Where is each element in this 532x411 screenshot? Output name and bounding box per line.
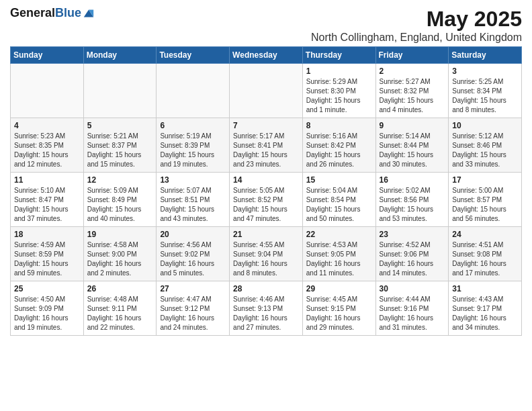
- col-tuesday: Tuesday: [157, 47, 230, 64]
- table-row: 29Sunrise: 4:45 AM Sunset: 9:15 PM Dayli…: [302, 281, 375, 336]
- table-row: 5Sunrise: 5:21 AM Sunset: 8:37 PM Daylig…: [83, 118, 157, 173]
- col-sunday: Sunday: [11, 47, 84, 64]
- col-friday: Friday: [375, 47, 449, 64]
- day-number: 19: [87, 230, 153, 239]
- table-row: 13Sunrise: 5:07 AM Sunset: 8:51 PM Dayli…: [157, 173, 230, 227]
- day-number: 21: [233, 230, 299, 239]
- table-row: 30Sunrise: 4:44 AM Sunset: 9:16 PM Dayli…: [375, 281, 449, 336]
- day-info: Sunrise: 4:56 AM Sunset: 9:02 PM Dayligh…: [160, 240, 226, 278]
- day-info: Sunrise: 4:55 AM Sunset: 9:04 PM Dayligh…: [233, 240, 299, 278]
- table-row: 27Sunrise: 4:47 AM Sunset: 9:12 PM Dayli…: [157, 281, 230, 336]
- table-row: 28Sunrise: 4:46 AM Sunset: 9:13 PM Dayli…: [230, 281, 303, 336]
- day-number: 27: [160, 284, 226, 293]
- day-info: Sunrise: 4:43 AM Sunset: 9:17 PM Dayligh…: [452, 295, 518, 332]
- table-row: 12Sunrise: 5:09 AM Sunset: 8:49 PM Dayli…: [83, 173, 157, 227]
- table-row: 17Sunrise: 5:00 AM Sunset: 8:57 PM Dayli…: [449, 173, 522, 227]
- day-number: 14: [233, 175, 299, 185]
- table-row: 25Sunrise: 4:50 AM Sunset: 9:09 PM Dayli…: [11, 281, 84, 336]
- table-row: [83, 64, 157, 118]
- day-info: Sunrise: 5:23 AM Sunset: 8:35 PM Dayligh…: [14, 132, 80, 169]
- day-number: 9: [380, 121, 445, 130]
- table-row: 16Sunrise: 5:02 AM Sunset: 8:56 PM Dayli…: [375, 173, 449, 227]
- day-info: Sunrise: 5:10 AM Sunset: 8:47 PM Dayligh…: [14, 186, 80, 224]
- day-info: Sunrise: 5:14 AM Sunset: 8:44 PM Dayligh…: [380, 132, 445, 169]
- location-title: North Collingham, England, United Kingdo…: [311, 32, 522, 44]
- title-block: May 2025 North Collingham, England, Unit…: [311, 7, 522, 44]
- table-row: 8Sunrise: 5:16 AM Sunset: 8:42 PM Daylig…: [302, 118, 375, 173]
- calendar-week-row: 18Sunrise: 4:59 AM Sunset: 8:59 PM Dayli…: [11, 227, 522, 281]
- day-number: 29: [306, 284, 372, 293]
- day-info: Sunrise: 4:51 AM Sunset: 9:08 PM Dayligh…: [452, 240, 518, 278]
- day-info: Sunrise: 5:07 AM Sunset: 8:51 PM Dayligh…: [160, 186, 226, 224]
- day-info: Sunrise: 5:21 AM Sunset: 8:37 PM Dayligh…: [87, 132, 153, 169]
- table-row: 14Sunrise: 5:05 AM Sunset: 8:52 PM Dayli…: [230, 173, 303, 227]
- table-row: 15Sunrise: 5:04 AM Sunset: 8:54 PM Dayli…: [302, 173, 375, 227]
- day-info: Sunrise: 4:45 AM Sunset: 9:15 PM Dayligh…: [306, 295, 372, 332]
- day-number: 18: [14, 230, 80, 239]
- day-number: 15: [306, 175, 372, 185]
- table-row: 20Sunrise: 4:56 AM Sunset: 9:02 PM Dayli…: [157, 227, 230, 281]
- day-info: Sunrise: 4:58 AM Sunset: 9:00 PM Dayligh…: [87, 240, 153, 278]
- day-info: Sunrise: 5:00 AM Sunset: 8:57 PM Dayligh…: [452, 186, 518, 224]
- calendar-week-row: 11Sunrise: 5:10 AM Sunset: 8:47 PM Dayli…: [11, 173, 522, 227]
- day-info: Sunrise: 5:16 AM Sunset: 8:42 PM Dayligh…: [306, 132, 372, 169]
- table-row: 4Sunrise: 5:23 AM Sunset: 8:35 PM Daylig…: [11, 118, 84, 173]
- table-row: 10Sunrise: 5:12 AM Sunset: 8:46 PM Dayli…: [449, 118, 522, 173]
- logo-icon: [83, 7, 95, 19]
- day-number: 2: [380, 66, 445, 76]
- table-row: 19Sunrise: 4:58 AM Sunset: 9:00 PM Dayli…: [83, 227, 157, 281]
- day-number: 3: [452, 66, 518, 76]
- day-number: 30: [380, 284, 445, 293]
- day-number: 7: [233, 121, 299, 130]
- day-number: 10: [452, 121, 518, 130]
- day-number: 1: [306, 66, 372, 76]
- day-info: Sunrise: 5:02 AM Sunset: 8:56 PM Dayligh…: [380, 186, 445, 224]
- logo: GeneralBlue: [10, 7, 95, 20]
- day-number: 16: [380, 175, 445, 185]
- day-info: Sunrise: 4:53 AM Sunset: 9:05 PM Dayligh…: [306, 240, 372, 278]
- table-row: 7Sunrise: 5:17 AM Sunset: 8:41 PM Daylig…: [230, 118, 303, 173]
- day-info: Sunrise: 4:44 AM Sunset: 9:16 PM Dayligh…: [380, 295, 445, 332]
- table-row: 2Sunrise: 5:27 AM Sunset: 8:32 PM Daylig…: [375, 64, 449, 118]
- col-wednesday: Wednesday: [230, 47, 303, 64]
- table-row: 31Sunrise: 4:43 AM Sunset: 9:17 PM Dayli…: [449, 281, 522, 336]
- table-row: 22Sunrise: 4:53 AM Sunset: 9:05 PM Dayli…: [302, 227, 375, 281]
- day-number: 26: [87, 284, 153, 293]
- day-number: 13: [160, 175, 226, 185]
- calendar-week-row: 25Sunrise: 4:50 AM Sunset: 9:09 PM Dayli…: [11, 281, 522, 336]
- day-info: Sunrise: 4:47 AM Sunset: 9:12 PM Dayligh…: [160, 295, 226, 332]
- col-thursday: Thursday: [302, 47, 375, 64]
- day-info: Sunrise: 5:04 AM Sunset: 8:54 PM Dayligh…: [306, 186, 372, 224]
- calendar-table: Sunday Monday Tuesday Wednesday Thursday…: [10, 46, 522, 336]
- day-info: Sunrise: 5:19 AM Sunset: 8:39 PM Dayligh…: [160, 132, 226, 169]
- col-monday: Monday: [83, 47, 157, 64]
- logo-text: GeneralBlue: [10, 7, 81, 20]
- day-number: 5: [87, 121, 153, 130]
- day-info: Sunrise: 4:59 AM Sunset: 8:59 PM Dayligh…: [14, 240, 80, 278]
- table-row: 21Sunrise: 4:55 AM Sunset: 9:04 PM Dayli…: [230, 227, 303, 281]
- calendar-week-row: 1Sunrise: 5:29 AM Sunset: 8:30 PM Daylig…: [11, 64, 522, 118]
- calendar-header-row: Sunday Monday Tuesday Wednesday Thursday…: [11, 47, 522, 64]
- day-info: Sunrise: 4:48 AM Sunset: 9:11 PM Dayligh…: [87, 295, 153, 332]
- page-container: GeneralBlue May 2025 North Collingham, E…: [0, 0, 532, 342]
- day-number: 20: [160, 230, 226, 239]
- day-number: 12: [87, 175, 153, 185]
- day-info: Sunrise: 4:50 AM Sunset: 9:09 PM Dayligh…: [14, 295, 80, 332]
- day-number: 4: [14, 121, 80, 130]
- day-info: Sunrise: 5:27 AM Sunset: 8:32 PM Dayligh…: [380, 77, 445, 115]
- day-number: 22: [306, 230, 372, 239]
- table-row: 26Sunrise: 4:48 AM Sunset: 9:11 PM Dayli…: [83, 281, 157, 336]
- table-row: 18Sunrise: 4:59 AM Sunset: 8:59 PM Dayli…: [11, 227, 84, 281]
- table-row: [230, 64, 303, 118]
- day-info: Sunrise: 5:25 AM Sunset: 8:34 PM Dayligh…: [452, 77, 518, 115]
- calendar-week-row: 4Sunrise: 5:23 AM Sunset: 8:35 PM Daylig…: [11, 118, 522, 173]
- day-number: 31: [452, 284, 518, 293]
- day-number: 6: [160, 121, 226, 130]
- table-row: 23Sunrise: 4:52 AM Sunset: 9:06 PM Dayli…: [375, 227, 449, 281]
- day-number: 8: [306, 121, 372, 130]
- table-row: 9Sunrise: 5:14 AM Sunset: 8:44 PM Daylig…: [375, 118, 449, 173]
- day-number: 25: [14, 284, 80, 293]
- day-number: 11: [14, 175, 80, 185]
- table-row: [11, 64, 84, 118]
- day-number: 17: [452, 175, 518, 185]
